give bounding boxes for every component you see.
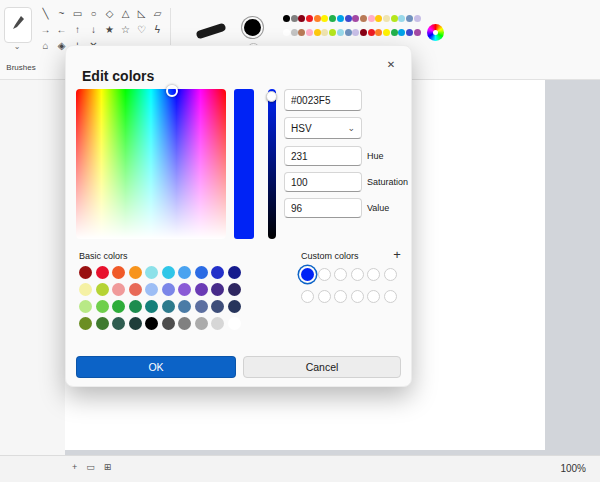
color-swatch[interactable] (398, 15, 405, 22)
color-swatch[interactable] (318, 268, 331, 281)
color-swatch[interactable] (368, 15, 375, 22)
color-swatch[interactable] (145, 317, 158, 330)
color-swatch[interactable] (383, 29, 390, 36)
color-swatch[interactable] (211, 300, 224, 313)
color-swatch[interactable] (211, 317, 224, 330)
color-swatch[interactable] (178, 283, 191, 296)
edit-colors-button[interactable] (427, 24, 444, 41)
color-swatch[interactable] (334, 290, 347, 303)
value-input[interactable] (284, 198, 362, 218)
color-swatch[interactable] (414, 15, 421, 22)
color-swatch[interactable] (384, 268, 397, 281)
brushes-button[interactable] (4, 7, 32, 43)
shape-icon[interactable]: ↓ (86, 22, 101, 37)
color-swatch[interactable] (145, 266, 158, 279)
color-swatch[interactable] (298, 29, 305, 36)
shape-icon[interactable]: ♡ (134, 22, 149, 37)
color1-swatch[interactable] (244, 19, 261, 36)
color-swatch[interactable] (283, 15, 290, 22)
color-swatch[interactable] (79, 283, 92, 296)
color-swatch[interactable] (96, 317, 109, 330)
color-swatch[interactable] (79, 317, 92, 330)
color-swatch[interactable] (352, 15, 359, 22)
color-swatch[interactable] (211, 266, 224, 279)
color-swatch[interactable] (162, 317, 175, 330)
color-swatch[interactable] (398, 29, 405, 36)
color-swatch[interactable] (129, 317, 142, 330)
color-swatch[interactable] (351, 268, 364, 281)
value-slider-knob[interactable] (266, 91, 277, 102)
color-swatch[interactable] (321, 29, 328, 36)
shape-icon[interactable]: ○ (86, 6, 101, 21)
color-swatch[interactable] (162, 300, 175, 313)
color-swatch[interactable] (360, 29, 367, 36)
color-swatch[interactable] (291, 29, 298, 36)
color-swatch[interactable] (178, 317, 191, 330)
color-swatch[interactable] (306, 15, 313, 22)
color-swatch[interactable] (129, 300, 142, 313)
color-swatch[interactable] (301, 290, 314, 303)
shape-icon[interactable]: ← (54, 22, 69, 37)
shape-icon[interactable]: ╲ (38, 6, 53, 21)
color-swatch[interactable] (79, 266, 92, 279)
ok-button[interactable]: OK (76, 356, 236, 378)
status-icon[interactable]: ▭ (86, 462, 95, 472)
color-swatch[interactable] (162, 283, 175, 296)
add-custom-color-button[interactable]: + (389, 246, 405, 262)
shape-icon[interactable]: ⌂ (38, 38, 53, 53)
color-swatch[interactable] (129, 266, 142, 279)
color-swatch[interactable] (375, 15, 382, 22)
color-swatch[interactable] (283, 29, 290, 36)
color-swatch[interactable] (211, 283, 224, 296)
shape-icon[interactable]: ~ (54, 6, 69, 21)
color-swatch[interactable] (298, 15, 305, 22)
color-swatch[interactable] (367, 290, 380, 303)
color-swatch[interactable] (306, 29, 313, 36)
saturation-input[interactable] (284, 172, 362, 192)
color-swatch[interactable] (112, 317, 125, 330)
color-swatch[interactable] (228, 266, 241, 279)
shape-icon[interactable]: ★ (102, 22, 117, 37)
color-swatch[interactable] (228, 317, 241, 330)
color-swatch[interactable] (406, 15, 413, 22)
color-swatch[interactable] (384, 290, 397, 303)
shape-icon[interactable]: △ (118, 6, 133, 21)
color-swatch[interactable] (414, 29, 421, 36)
color-swatch[interactable] (314, 15, 321, 22)
color-swatch[interactable] (391, 29, 398, 36)
color-swatch[interactable] (375, 29, 382, 36)
shape-icon[interactable]: → (38, 22, 53, 37)
picker-marker[interactable] (166, 85, 178, 97)
color-swatch[interactable] (195, 283, 208, 296)
cancel-button[interactable]: Cancel (243, 356, 401, 378)
color-swatch[interactable] (383, 15, 390, 22)
color-swatch[interactable] (314, 29, 321, 36)
color-swatch[interactable] (228, 300, 241, 313)
hex-input[interactable] (284, 89, 362, 111)
status-icon[interactable]: + (72, 462, 77, 472)
color-swatch[interactable] (345, 29, 352, 36)
color-swatch[interactable] (345, 15, 352, 22)
close-icon[interactable]: ✕ (381, 54, 401, 74)
shape-icon[interactable]: ϟ (150, 22, 165, 37)
hue-saturation-picker[interactable] (76, 89, 226, 239)
color-swatch[interactable] (178, 266, 191, 279)
shape-icon[interactable]: ☆ (118, 22, 133, 37)
color-swatch[interactable] (112, 266, 125, 279)
color-swatch[interactable] (291, 15, 298, 22)
color-model-select[interactable]: HSV ⌄ (284, 117, 362, 139)
color-swatch[interactable] (337, 29, 344, 36)
color-swatch[interactable] (368, 29, 375, 36)
color-swatch[interactable] (112, 283, 125, 296)
shape-icon[interactable]: ▭ (70, 6, 85, 21)
color-swatch[interactable] (360, 15, 367, 22)
color-swatch[interactable] (129, 283, 142, 296)
shape-icon[interactable]: ◺ (134, 6, 149, 21)
color-swatch[interactable] (79, 300, 92, 313)
color-swatch[interactable] (321, 15, 328, 22)
color-swatch[interactable] (195, 300, 208, 313)
color-swatch[interactable] (318, 290, 331, 303)
color-swatch[interactable] (367, 268, 380, 281)
chevron-down-icon[interactable]: ⌄ (4, 42, 30, 51)
color-swatch[interactable] (352, 29, 359, 36)
